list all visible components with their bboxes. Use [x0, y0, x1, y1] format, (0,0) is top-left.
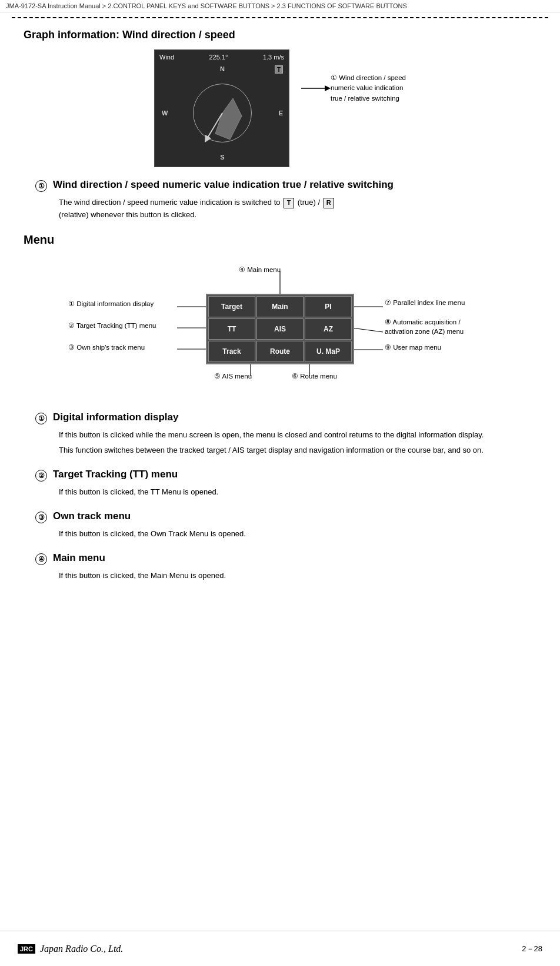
ann-ais: ⑤ AIS menu: [214, 372, 252, 380]
ann-digital: ① Digital information display: [68, 300, 154, 308]
wind-item1: ① Wind direction / speed numeric value i…: [24, 179, 536, 221]
breadcrumb: JMA-9172-SA Instruction Manual > 2.CONTR…: [0, 0, 560, 12]
wind-item1-heading-text: Wind direction / speed numeric value ind…: [53, 179, 394, 191]
menu-item2-title: Target Tracking (TT) menu: [53, 469, 178, 480]
wind-item1-body1: The wind direction / speed numeric value…: [59, 198, 280, 207]
menu-item1-title: Digital information display: [53, 411, 178, 423]
ann-az: ⑧ Automatic acquisition /activation zone…: [385, 317, 464, 336]
menu-btn-tt[interactable]: TT: [208, 318, 255, 340]
menu-item4-body: If this button is clicked, the Main Menu…: [59, 570, 536, 582]
svg-marker-3: [325, 85, 331, 91]
footer: JRC Japan Radio Co., Ltd. 2－28: [0, 931, 560, 966]
footer-company: Japan Radio Co., Ltd.: [40, 944, 123, 954]
menu-num4: ④: [35, 553, 47, 565]
wind-item1-heading: ① Wind direction / speed numeric value i…: [35, 179, 536, 192]
ann-main-menu: ④ Main menu: [239, 265, 281, 274]
menu-section: Menu: [24, 233, 536, 582]
menu-num3: ③: [35, 512, 47, 523]
menu-item2-p1: If this button is clicked, the TT Menu i…: [59, 486, 536, 499]
wind-display: Wind 225.1° 1.3 m/s N S W E T: [154, 49, 289, 167]
svg-line-14: [352, 328, 383, 332]
footer-logo: JRC Japan Radio Co., Ltd.: [18, 944, 123, 954]
menu-item1-body: If this button is clicked while the menu…: [59, 429, 536, 457]
menu-btn-target[interactable]: Target: [208, 296, 255, 317]
ann-own-track: ③ Own ship's track menu: [68, 343, 145, 351]
ann-tt: ② Target Tracking (TT) menu: [68, 321, 156, 330]
menu-item2-body: If this button is clicked, the TT Menu i…: [59, 486, 536, 499]
menu-btn-umap[interactable]: U. MaP: [305, 341, 352, 362]
menu-num2: ②: [35, 470, 47, 482]
wind-label: Wind: [159, 54, 174, 61]
key-r: R: [324, 198, 334, 208]
wind-annotation-wrapper: ① Wind direction / speed numeric value i…: [301, 73, 406, 104]
menu-item2: ② Target Tracking (TT) menu If this butt…: [24, 469, 536, 499]
menu-item4-title: Main menu: [53, 552, 105, 564]
menu-button-grid: Target Main PI TT AIS AZ Track Route U. …: [206, 294, 354, 364]
menu-diagram-area: ④ Main menu ① Digital information displa…: [68, 258, 492, 400]
menu-item1-p2: This function switches between the track…: [59, 444, 536, 457]
menu-btn-route[interactable]: Route: [256, 341, 304, 362]
wind-item1-mid: (true) /: [298, 198, 320, 207]
menu-item1: ① Digital information display If this bu…: [24, 411, 536, 457]
menu-btn-az[interactable]: AZ: [305, 318, 352, 340]
wind-annotation-arrow-svg: [301, 79, 331, 97]
wind-annotation-text: ① Wind direction / speed numeric value i…: [331, 73, 406, 104]
wind-diagram-container: Wind 225.1° 1.3 m/s N S W E T: [24, 49, 536, 167]
menu-item1-p1: If this button is clicked while the menu…: [59, 429, 536, 441]
menu-item3-p1: If this button is clicked, the Own Track…: [59, 528, 536, 540]
footer-page: 2－28: [522, 944, 542, 954]
wind-item1-body2: (relative) whenever this button is click…: [59, 210, 196, 219]
wind-section: Graph information: Wind direction / spee…: [24, 29, 536, 221]
dashed-separator: [12, 17, 548, 18]
menu-btn-ais[interactable]: AIS: [256, 318, 304, 340]
wind-section-heading: Graph information: Wind direction / spee…: [24, 29, 536, 41]
menu-btn-pi[interactable]: PI: [305, 296, 352, 317]
menu-item3-title: Own track menu: [53, 510, 131, 522]
wind-compass: N S W E T: [159, 63, 285, 163]
menu-item1-heading: ① Digital information display: [35, 411, 536, 424]
menu-item4-p1: If this button is clicked, the Main Menu…: [59, 570, 536, 582]
menu-item3: ③ Own track menu If this button is click…: [24, 510, 536, 540]
menu-item3-body: If this button is clicked, the Own Track…: [59, 528, 536, 540]
menu-item4: ④ Main menu If this button is clicked, t…: [24, 552, 536, 582]
ann-umap: ⑨ User map menu: [385, 343, 441, 351]
wind-value1: 225.1°: [209, 54, 228, 61]
jrc-box: JRC: [18, 944, 35, 954]
breadcrumb-text: JMA-9172-SA Instruction Manual > 2.CONTR…: [6, 2, 407, 9]
key-t: T: [284, 198, 294, 208]
wind-num-circle: ①: [35, 180, 47, 192]
main-content: Graph information: Wind direction / spee…: [0, 23, 560, 618]
menu-item4-heading: ④ Main menu: [35, 552, 536, 565]
menu-heading: Menu: [24, 233, 536, 247]
wind-direction-svg: [159, 63, 285, 163]
menu-btn-track[interactable]: Track: [208, 341, 255, 362]
wind-ann-circle: ①: [331, 74, 337, 81]
ann-pi: ⑦ Parallel index line menu: [385, 298, 465, 307]
menu-item3-heading: ③ Own track menu: [35, 510, 536, 523]
menu-num1: ①: [35, 413, 47, 424]
menu-btn-main[interactable]: Main: [256, 296, 304, 317]
menu-item2-heading: ② Target Tracking (TT) menu: [35, 469, 536, 482]
wind-item1-body: The wind direction / speed numeric value…: [59, 197, 536, 221]
menu-diagram-wrapper: ④ Main menu ① Digital information displa…: [24, 258, 536, 400]
wind-value2: 1.3 m/s: [263, 54, 284, 61]
wind-display-header: Wind 225.1° 1.3 m/s: [159, 54, 284, 61]
ann-route: ⑥ Route menu: [292, 372, 337, 380]
